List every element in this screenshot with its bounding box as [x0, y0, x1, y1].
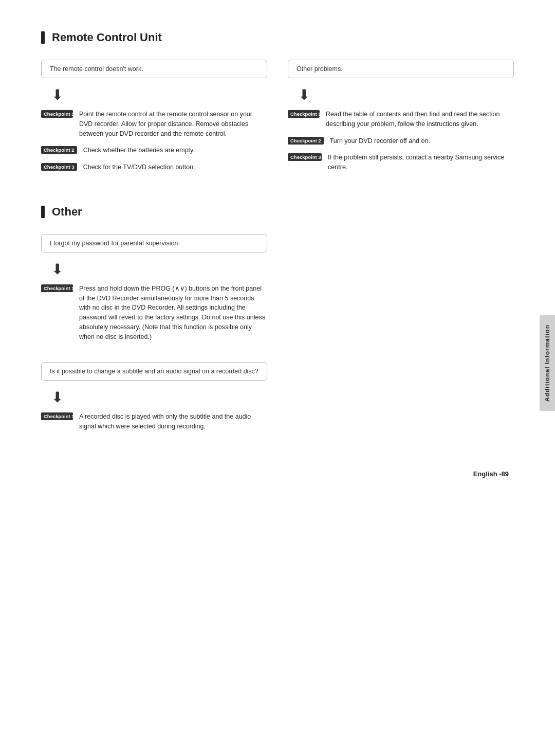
checkpoint-badge: Checkpoint 1 — [41, 284, 73, 292]
other-problem-2: Is it possible to change a subtitle and … — [41, 362, 267, 381]
title-bar-icon — [41, 31, 45, 44]
sidebar-tab: Additional Information — [540, 315, 555, 411]
checkpoint-badge: Checkpoint 1 — [41, 110, 73, 118]
checkpoint-text: A recorded disc is played with only the … — [79, 412, 267, 431]
checkpoint-row: Checkpoint 3 If the problem still persis… — [288, 153, 514, 172]
checkpoint-row: Checkpoint 2 Turn your DVD recorder off … — [288, 136, 514, 146]
page: Remote Control Unit The remote control d… — [0, 0, 555, 493]
checkpoint-row: Checkpoint 2 Check whether the batteries… — [41, 146, 267, 155]
checkpoint-row: Checkpoint 1 Read the table of contents … — [288, 110, 514, 129]
checkpoint-row: Checkpoint 1 Point the remote control at… — [41, 110, 267, 138]
remote-section: Remote Control Unit The remote control d… — [41, 31, 514, 179]
remote-title-text: Remote Control Unit — [52, 31, 162, 44]
checkpoint-text: Point the remote control at the remote c… — [79, 110, 267, 138]
footer-text: English -89 — [473, 470, 509, 478]
checkpoint-badge: Checkpoint 1 — [41, 412, 73, 420]
other-section-title: Other — [41, 205, 514, 219]
checkpoint-badge: Checkpoint 3 — [41, 163, 77, 171]
sidebar-label-text: Additional Information — [544, 325, 551, 402]
checkpoint-text: Read the table of contents and then find… — [326, 110, 514, 129]
other-group-2: Is it possible to change a subtitle and … — [41, 362, 267, 431]
other-section: Other I forgot my password for parental … — [41, 205, 514, 431]
arrow-down-other-1: ⬇ — [51, 261, 267, 278]
other-problem-1: I forgot my password for parental superv… — [41, 234, 267, 253]
checkpoint-badge: Checkpoint 2 — [41, 146, 77, 154]
checkpoint-row: Checkpoint 3 Check for the TV/DVD select… — [41, 163, 267, 172]
checkpoint-badge: Checkpoint 3 — [288, 153, 322, 161]
other-title-text: Other — [52, 205, 82, 219]
checkpoint-text: Check whether the batteries are empty. — [83, 146, 195, 155]
arrow-down-other-2: ⬇ — [51, 389, 267, 406]
remote-left-problem: The remote control doesn't work. — [41, 60, 267, 78]
checkpoint-row: Checkpoint 1 Press and hold down the PRO… — [41, 284, 267, 342]
title-bar-icon-other — [41, 206, 45, 218]
checkpoint-badge: Checkpoint 1 — [288, 110, 320, 118]
remote-section-title: Remote Control Unit — [41, 31, 514, 44]
remote-two-col: The remote control doesn't work. ⬇ Check… — [41, 60, 514, 179]
checkpoint-text: Turn your DVD recorder off and on. — [330, 136, 430, 146]
arrow-down-left: ⬇ — [51, 86, 267, 103]
checkpoint-text: Press and hold down the PROG (∧∨) button… — [79, 284, 267, 342]
remote-right-problem: Other problems. — [288, 60, 514, 78]
checkpoint-row: Checkpoint 1 A recorded disc is played w… — [41, 412, 267, 431]
arrow-down-right: ⬇ — [298, 86, 514, 103]
other-group-1: I forgot my password for parental superv… — [41, 234, 267, 342]
remote-left-col: The remote control doesn't work. ⬇ Check… — [41, 60, 267, 179]
checkpoint-text: Check for the TV/DVD selection button. — [83, 163, 195, 172]
remote-right-col: Other problems. ⬇ Checkpoint 1 Read the … — [288, 60, 514, 179]
checkpoint-badge: Checkpoint 2 — [288, 137, 324, 145]
checkpoint-text: If the problem still persists, contact a… — [328, 153, 514, 172]
